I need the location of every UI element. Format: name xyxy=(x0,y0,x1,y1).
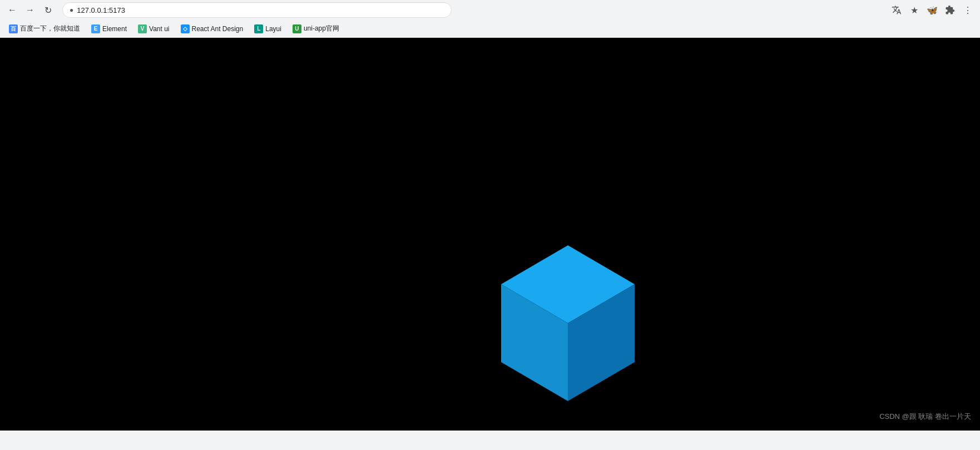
bookmark-icon-react-ant-design: ◇ xyxy=(181,24,190,33)
bookmark-label-uni-app: uni-app官网 xyxy=(304,24,339,33)
forward-button[interactable]: → xyxy=(22,2,38,18)
cube-svg xyxy=(490,234,646,418)
lock-icon: ● xyxy=(70,6,73,14)
bookmark-label-baidu: 百度一下，你就知道 xyxy=(20,24,80,33)
bookmark-label-element: Element xyxy=(102,25,127,33)
bookmark-icon-baidu: 百 xyxy=(9,24,18,33)
browser-titlebar: ← → ↻ ● 127.0.0.1:5173 ★ 🦋 ⋮ xyxy=(0,0,980,20)
butterfly-button[interactable]: 🦋 xyxy=(924,2,940,18)
watermark: CSDN @跟 耿瑞 卷出一片天 xyxy=(879,412,971,422)
address-bar-container: ● 127.0.0.1:5173 xyxy=(62,2,452,18)
bookmark-label-vant-ui: Vant ui xyxy=(149,25,169,33)
back-button[interactable]: ← xyxy=(4,2,20,18)
bookmark-icon-layui: L xyxy=(254,24,263,33)
page-content: CSDN @跟 耿瑞 卷出一片天 xyxy=(0,38,980,431)
bookmark-star-button[interactable]: ★ xyxy=(907,2,922,18)
bookmark-uni-app[interactable]: Uuni-app官网 xyxy=(288,22,344,36)
url-text: 127.0.0.1:5173 xyxy=(77,6,444,14)
translate-button[interactable] xyxy=(889,2,904,18)
bookmark-layui[interactable]: LLayui xyxy=(250,22,286,36)
bookmark-react-ant-design[interactable]: ◇React Ant Design xyxy=(176,22,248,36)
address-bar[interactable]: ● 127.0.0.1:5173 xyxy=(62,2,452,18)
reload-button[interactable]: ↻ xyxy=(40,2,56,18)
bookmarks-bar: 百百度一下，你就知道EElementVVant ui◇React Ant Des… xyxy=(0,20,980,38)
bookmark-label-react-ant-design: React Ant Design xyxy=(192,25,244,33)
browser-window: ← → ↻ ● 127.0.0.1:5173 ★ 🦋 ⋮ 百百度一下，你就知道E… xyxy=(0,0,980,431)
bookmark-label-layui: Layui xyxy=(265,25,281,33)
toolbar-right: ★ 🦋 ⋮ xyxy=(889,2,976,18)
bookmark-icon-uni-app: U xyxy=(293,24,301,33)
bookmark-vant-ui[interactable]: VVant ui xyxy=(133,22,174,36)
bookmark-element[interactable]: EElement xyxy=(87,22,131,36)
extensions-button[interactable] xyxy=(942,2,958,18)
bookmark-icon-vant-ui: V xyxy=(138,24,147,33)
menu-button[interactable]: ⋮ xyxy=(960,2,976,18)
bookmark-icon-element: E xyxy=(91,24,100,33)
bookmark-baidu[interactable]: 百百度一下，你就知道 xyxy=(4,22,85,36)
